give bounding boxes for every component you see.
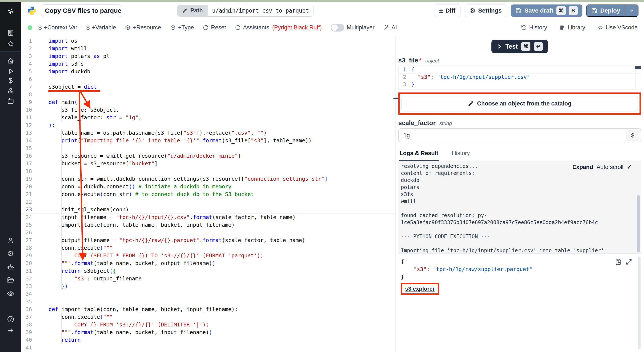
code-line[interactable]: 37 conn.execute(""" (21, 313, 396, 321)
sidebar-item-runs[interactable] (0, 67, 21, 75)
code-editor[interactable]: 1import os2import wmill3import polars as… (21, 36, 396, 352)
code-line[interactable]: 22 (21, 198, 396, 206)
add-context-var-button[interactable]: $ +Context Var (38, 24, 77, 31)
code-line[interactable]: 25 import_table(conn, table_name, bucket… (21, 221, 396, 229)
panel-divider-handle[interactable] (394, 98, 398, 99)
add-resource-button[interactable]: +Resource (125, 24, 161, 31)
code-line[interactable]: 29 COPY (SELECT * FROM {}) TO 's3://{}/{… (21, 252, 396, 260)
script-title-input[interactable]: Copy CSV files to parque (41, 4, 122, 17)
expand-result-icon[interactable] (626, 259, 632, 265)
tab-history[interactable]: History (452, 150, 470, 161)
s3-file-json-editor[interactable]: 1{2 "s3": "tpc-h/1g/input/supplier.csv"3… (398, 66, 641, 90)
scale-factor-input[interactable]: 1g $ (398, 128, 641, 142)
code-line[interactable]: 41 (21, 344, 396, 352)
code-line[interactable]: 28 conn.execute(""" (21, 244, 396, 252)
code-line[interactable]: 17 bucket = s3_resource["bucket"] (21, 160, 396, 168)
favorites-star-icon[interactable] (0, 40, 21, 48)
diff-button[interactable]: ± Diff (434, 4, 461, 17)
add-variable-button[interactable]: $ +Variable (86, 24, 116, 31)
json-editor-scrollbar[interactable] (635, 66, 641, 89)
result-line[interactable]: 2 "s3": "tpc-h/1g/raw/supplier.parquet" (401, 266, 641, 273)
history-button[interactable]: History (521, 24, 547, 31)
json-line[interactable]: 3} (398, 81, 641, 88)
code-line[interactable]: 31 return s3object({ (21, 267, 396, 275)
code-line[interactable]: 39 """.format(table_name, bucket, input_… (21, 328, 396, 336)
result-line[interactable]: 3} (401, 273, 641, 281)
deploy-button[interactable]: Deploy (586, 4, 625, 17)
code-line[interactable]: 2import wmill (21, 45, 396, 52)
path-control[interactable]: Path u/admin/import_csv_to_parquet (177, 5, 314, 16)
lint-status-text[interactable]: (Pyright Black Ruff) (272, 24, 322, 31)
add-type-button[interactable]: +Type (170, 24, 194, 31)
save-draft-button[interactable]: Save draft ⌘ S (511, 4, 582, 17)
json-line[interactable]: 1{ (398, 66, 641, 74)
code-line[interactable]: 21 conn.execute(conn_str) # to connect d… (21, 190, 396, 198)
use-vscode-button[interactable]: Use VScode (598, 24, 638, 31)
code-line[interactable]: 11 scale_factor: str = "1g", (21, 114, 396, 122)
sidebar-item-users[interactable] (0, 236, 21, 244)
sidebar-item-schedules[interactable] (0, 97, 21, 105)
sidebar-item-folders[interactable] (0, 276, 21, 284)
result-line[interactable]: 1{ (401, 258, 641, 266)
tab-logs-result[interactable]: Logs & Result (399, 150, 439, 161)
code-line[interactable]: 27 output_filename = "tpc-h/{}/raw/{}.pa… (21, 236, 396, 244)
code-line[interactable]: 36def import_table(conn, table_name, buc… (21, 306, 396, 313)
multiplayer-toggle[interactable] (331, 24, 344, 32)
code-line[interactable]: 12): (21, 122, 396, 129)
deploy-dropdown-button[interactable] (625, 4, 638, 17)
panel-divider[interactable] (396, 36, 396, 352)
code-line[interactable]: 35 (21, 298, 396, 306)
code-line[interactable]: 3import polars as pl (21, 52, 396, 60)
collapse-sidebar-arrow-icon[interactable] (0, 327, 21, 334)
sidebar-item-settings[interactable]: ⚙ (0, 250, 21, 257)
code-line[interactable]: 4import s3fs (21, 60, 396, 68)
code-line[interactable]: 32 "s3": output_filename (21, 275, 396, 282)
code-line[interactable]: 10 s3_file: s3object, (21, 106, 396, 114)
code-line[interactable]: 20 conn = duckdb.connect() # initiate a … (21, 183, 396, 190)
assistants-button[interactable]: Assistants (235, 24, 269, 31)
code-line[interactable]: 9def main( (21, 98, 396, 106)
code-line[interactable]: 23 init_sql_schema(conn) (21, 206, 396, 214)
code-line[interactable]: 34 (21, 290, 396, 298)
json-line[interactable]: 2 "s3": "tpc-h/1g/input/supplier.csv" (398, 74, 641, 81)
sidebar-item-resources[interactable] (0, 87, 21, 95)
code-line[interactable]: 14 print("Importing file '{}' into table… (21, 137, 396, 144)
help-icon[interactable]: ? (0, 315, 21, 323)
sidebar-item-workers[interactable] (0, 263, 21, 271)
variable-picker-chip[interactable]: $ (626, 130, 639, 141)
code-line[interactable]: 8 (21, 91, 396, 98)
code-line[interactable]: 5import duckdb (21, 68, 396, 76)
windmill-logo-icon[interactable] (0, 7, 21, 15)
s3-explorer-link[interactable]: s3 explorer (405, 286, 435, 292)
settings-button[interactable]: ⚙ Settings (464, 4, 507, 17)
logs-scrollbar[interactable] (637, 195, 640, 252)
copy-to-clipboard-icon[interactable] (615, 259, 622, 265)
code-line[interactable]: 7s3object = dict (21, 83, 396, 91)
sidebar-item-variables[interactable]: $ (0, 77, 21, 84)
path-label[interactable]: Path (178, 5, 208, 16)
reset-button[interactable]: Reset (203, 24, 226, 31)
code-line[interactable]: 13 table_name = os.path.basename(s3_file… (21, 129, 396, 137)
code-line[interactable]: 38 COPY {} FROM 's3://{}/{}' (DELIMITER … (21, 321, 396, 328)
test-button[interactable]: Test ⌘ ↵ (492, 40, 548, 53)
sidebar-item-audit-logs[interactable] (0, 290, 21, 298)
expand-logs-button[interactable]: Expand (572, 164, 593, 170)
autoscroll-checkbox[interactable]: ✓ (627, 164, 632, 170)
code-line[interactable]: 19 conn_str = wmill.duckdb_connection_se… (21, 175, 396, 183)
sidebar-item-home[interactable] (0, 57, 21, 65)
code-line[interactable]: 26 (21, 229, 396, 236)
code-line[interactable]: 15 (21, 144, 396, 152)
ai-button[interactable]: AI (383, 24, 397, 31)
code-line[interactable]: 30 """.format(table_name, bucket, output… (21, 260, 396, 267)
result-scrollbar[interactable] (638, 256, 640, 350)
code-line[interactable]: 24 input_filename = "tpc-h/{}/input/{}.c… (21, 214, 396, 221)
path-value[interactable]: u/admin/import_csv_to_parquet (208, 5, 314, 16)
code-line[interactable]: 40 return (21, 336, 396, 344)
code-line[interactable]: 33 }) (21, 282, 396, 290)
choose-object-button[interactable]: Choose an object from the catalog (402, 96, 638, 112)
logs-area[interactable]: resolving dependencies... content of req… (398, 161, 641, 254)
library-button[interactable]: Library (560, 24, 585, 31)
code-line[interactable]: 16 s3_resource = wmill.get_resource("u/a… (21, 152, 396, 160)
code-line[interactable]: 6 (21, 76, 396, 83)
code-line[interactable]: 18 (21, 168, 396, 175)
